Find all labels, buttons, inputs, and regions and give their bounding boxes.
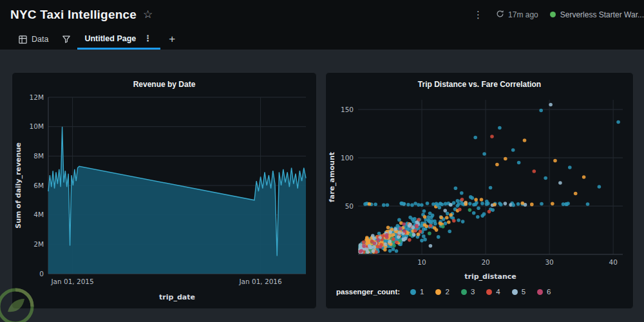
data-table-icon xyxy=(19,35,27,44)
legend-swatch-icon xyxy=(512,289,518,295)
top-bar: NYC Taxi Intelligence ☆ ⋮ 17m ago Server… xyxy=(0,0,644,29)
svg-text:30: 30 xyxy=(545,258,553,266)
legend-item-6[interactable]: 6 xyxy=(537,288,551,296)
svg-text:2M: 2M xyxy=(33,240,44,248)
svg-text:20: 20 xyxy=(481,258,489,266)
page-title: NYC Taxi Intelligence xyxy=(10,8,137,22)
page-menu-icon[interactable]: ⋮ xyxy=(142,34,153,43)
legend-item-4[interactable]: 4 xyxy=(486,288,500,296)
connection-label: Serverless Starter War... xyxy=(560,10,644,19)
svg-text:trip_date: trip_date xyxy=(159,293,195,301)
scatter-chart-card: Trip Distance vs. Fare Correlation 50100… xyxy=(325,72,634,309)
svg-text:10M: 10M xyxy=(30,122,44,130)
scatter-chart-title: Trip Distance vs. Fare Correlation xyxy=(326,80,633,89)
status-dot-icon xyxy=(550,12,556,17)
favorite-star-icon[interactable]: ☆ xyxy=(143,9,153,20)
svg-text:fare_amount: fare_amount xyxy=(328,152,336,202)
tab-data[interactable]: Data xyxy=(12,29,55,50)
svg-text:trip_distance: trip_distance xyxy=(464,272,516,281)
tab-data-label: Data xyxy=(32,35,48,44)
svg-text:4M: 4M xyxy=(33,211,44,218)
svg-text:12M: 12M xyxy=(30,93,44,101)
legend: passenger_count: 123456 xyxy=(326,288,633,296)
legend-swatch-icon xyxy=(537,289,543,295)
revenue-chart-card: Revenue by Date 02M4M6M8M10M12MJan 01, 2… xyxy=(12,72,317,309)
svg-text:6M: 6M xyxy=(33,182,44,189)
svg-text:100: 100 xyxy=(341,154,354,162)
legend-swatch-icon xyxy=(461,289,467,295)
fare-scatter-chart[interactable]: 5010015010203040trip_distancefare_amount xyxy=(326,91,632,288)
tab-untitled-page[interactable]: Untitled Page ⋮ xyxy=(77,29,160,50)
filter-icon[interactable] xyxy=(55,29,77,50)
svg-text:Jan 01, 2016: Jan 01, 2016 xyxy=(238,278,282,285)
svg-text:50: 50 xyxy=(345,202,354,210)
overflow-menu-icon[interactable]: ⋮ xyxy=(472,10,484,19)
svg-text:150: 150 xyxy=(341,106,354,113)
revenue-area-chart[interactable]: 02M4M6M8M10M12MJan 01, 2015Jan 01, 2016t… xyxy=(12,91,315,305)
tab-bar: Data Untitled Page ⋮ + xyxy=(0,29,644,50)
refresh-label: 17m ago xyxy=(508,10,538,19)
svg-text:Jan 01, 2015: Jan 01, 2015 xyxy=(50,278,93,285)
legend-title: passenger_count: xyxy=(336,288,400,296)
legend-swatch-icon xyxy=(486,289,492,295)
legend-item-5[interactable]: 5 xyxy=(512,288,526,296)
legend-swatch-icon xyxy=(410,289,416,295)
legend-items: 123456 xyxy=(410,288,551,296)
legend-swatch-icon xyxy=(435,289,441,295)
tab-page-label: Untitled Page xyxy=(84,34,136,43)
svg-text:40: 40 xyxy=(609,258,617,266)
dashboard-canvas: Revenue by Date 02M4M6M8M10M12MJan 01, 2… xyxy=(0,50,644,322)
legend-item-2[interactable]: 2 xyxy=(435,288,449,296)
add-page-button[interactable]: + xyxy=(160,29,184,50)
refresh-button[interactable]: 17m ago xyxy=(496,10,538,20)
refresh-icon xyxy=(496,10,504,20)
svg-text:8M: 8M xyxy=(33,152,44,160)
svg-text:0: 0 xyxy=(39,270,44,278)
revenue-chart-title: Revenue by Date xyxy=(12,80,316,89)
legend-item-3[interactable]: 3 xyxy=(461,288,475,296)
svg-text:Sum of daily_revenue: Sum of daily_revenue xyxy=(14,142,23,228)
connection-status[interactable]: Serverless Starter War... xyxy=(550,10,644,19)
legend-item-1[interactable]: 1 xyxy=(410,288,424,296)
svg-text:10: 10 xyxy=(417,258,426,266)
